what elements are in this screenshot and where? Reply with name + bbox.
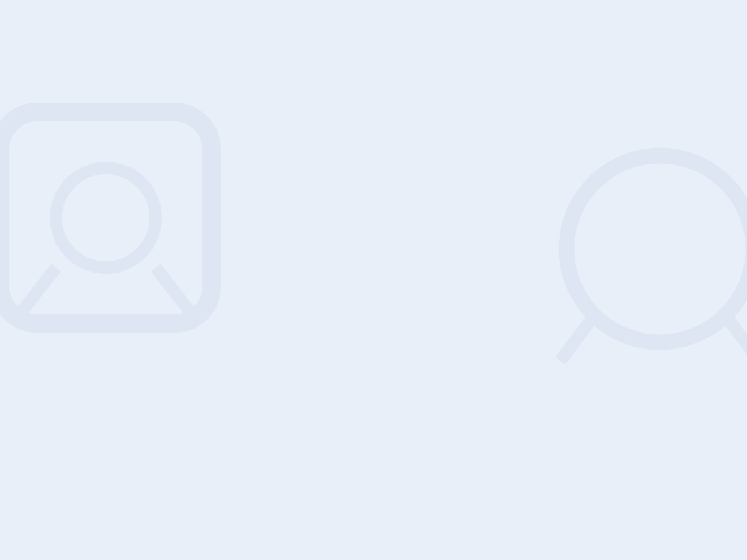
app-grid	[96, 255, 651, 305]
svg-line-6	[722, 311, 747, 361]
svg-line-5	[560, 311, 598, 361]
svg-point-1	[56, 168, 156, 268]
svg-point-4	[566, 156, 747, 342]
svg-line-2	[12, 268, 56, 324]
